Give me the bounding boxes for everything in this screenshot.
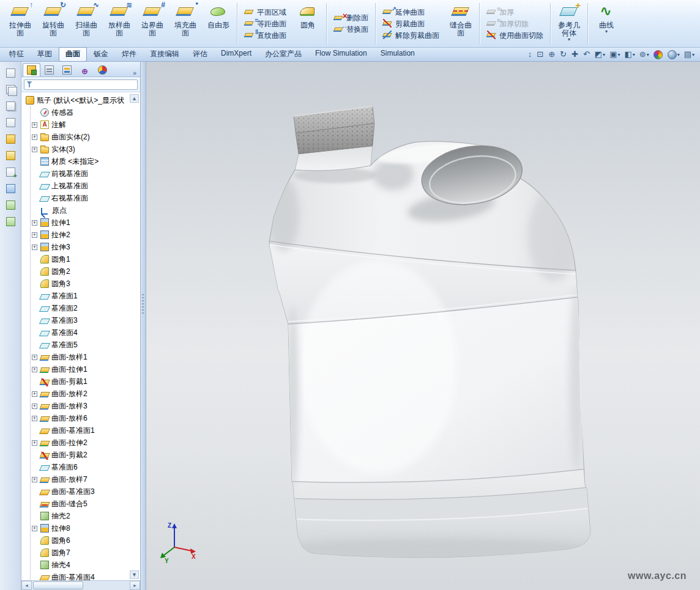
tree-item[interactable]: + 圆角2 (32, 265, 140, 278)
tree-item[interactable]: + 曲面-拉伸1 (32, 363, 140, 375)
pan-icon[interactable]: ✚ (570, 49, 581, 60)
tree-item[interactable]: + 基准面6 (32, 461, 140, 473)
tree-item[interactable]: + 前视基准面 (32, 168, 140, 180)
trim-surface-button[interactable]: 剪裁曲面 (379, 18, 442, 30)
apply-scene-icon[interactable]: ▾ (666, 49, 682, 60)
swept-surface-button[interactable]: 扫描曲面 (70, 1, 103, 47)
tree-item[interactable]: + 拉伸8 (32, 522, 140, 534)
tree-item[interactable]: + 基准面5 (32, 339, 140, 351)
expand-toggle-icon[interactable]: + (32, 245, 37, 250)
tree-item[interactable]: + 圆角1 (32, 253, 140, 265)
tree-item[interactable]: + 拉伸1 (32, 216, 140, 229)
tree-item[interactable]: + 拉伸2 (32, 229, 140, 241)
tree-item[interactable]: + 曲面-缝合5 (32, 498, 140, 510)
section-view-icon[interactable]: ◩ ▾ (593, 49, 607, 60)
tree-item[interactable]: + 曲面-基准面4 (32, 571, 140, 580)
paste-stack-icon[interactable] (4, 215, 17, 227)
thickened-cut-button[interactable]: 加厚切除 (483, 18, 546, 30)
panel-tabs-overflow-button[interactable]: » (129, 69, 140, 76)
scroll-thumb[interactable] (33, 581, 83, 589)
tree-item[interactable]: + 上视基准面 (32, 180, 140, 192)
tree-item[interactable]: + 传感器 (32, 106, 140, 119)
tab-office-products[interactable]: 办公室产品 (258, 47, 308, 62)
expand-toggle-icon[interactable]: + (32, 135, 37, 140)
revolved-surface-button[interactable]: 旋转曲面 (37, 1, 70, 47)
tree-item[interactable]: + 曲面-剪裁2 (32, 449, 140, 461)
lofted-surface-button[interactable]: 放样曲面 (103, 1, 136, 47)
tab-sketch[interactable]: 草图 (31, 47, 59, 62)
folder-icon[interactable] (4, 133, 17, 145)
delete-face-button[interactable]: 删除面 (330, 12, 371, 24)
rotate-view-icon[interactable]: ↻ (558, 49, 569, 60)
boundary-surface-button[interactable]: 边界曲面 (136, 1, 169, 47)
tree-root-item[interactable]: 瓶子 (默认<<默认>_显示状 (24, 94, 140, 106)
model-bottle[interactable] (146, 62, 700, 590)
tree-item[interactable]: + 曲面-拉伸2 (32, 437, 140, 449)
documents-icon[interactable] (4, 83, 17, 95)
tab-dimxpert[interactable]: DimXpert (214, 47, 258, 62)
thicken-button[interactable]: 加厚 (483, 7, 546, 18)
scroll-track[interactable] (32, 581, 130, 590)
tree-item[interactable]: + 圆角7 (32, 547, 140, 559)
tree-item[interactable]: + 基准面2 (32, 302, 140, 314)
zoom-fit-icon[interactable]: ↕ (526, 49, 535, 60)
view-orientation-icon[interactable]: ▣ ▾ (608, 49, 622, 60)
tree-item[interactable]: + 拉伸3 (32, 241, 140, 253)
tab-weldments[interactable]: 焊件 (115, 47, 143, 62)
tree-item[interactable]: + 圆角6 (32, 534, 140, 547)
zoom-in-out-icon[interactable]: ⊕ (546, 49, 557, 60)
expand-toggle-icon[interactable]: + (32, 477, 37, 482)
tab-sheet-metal[interactable]: 钣金 (87, 47, 115, 62)
tab-features[interactable]: 特征 (2, 47, 31, 62)
configurationmanager-tab[interactable] (58, 63, 76, 76)
expand-toggle-icon[interactable]: + (32, 355, 37, 360)
expand-toggle-icon[interactable]: + (32, 122, 37, 128)
curves-button[interactable]: 曲线 ▾ (590, 1, 623, 47)
tab-direct-editing[interactable]: 直接编辑 (143, 47, 186, 62)
tree-item[interactable]: + 曲面-放样1 (32, 351, 140, 363)
tree-item[interactable]: + 曲面-基准面1 (32, 424, 140, 437)
expand-toggle-icon[interactable]: + (32, 440, 37, 446)
print-icon[interactable] (4, 116, 17, 128)
tree-item[interactable]: + 曲面-剪裁1 (32, 375, 140, 388)
tree-item[interactable]: + 曲面-放样2 (32, 388, 140, 400)
featuremanager-tab[interactable] (23, 63, 40, 76)
copy-stack-icon[interactable] (4, 199, 17, 211)
offset-surface-button[interactable]: 等距曲面 (241, 18, 289, 30)
tree-item[interactable]: + 曲面实体(2) (32, 131, 140, 143)
zoom-area-icon[interactable]: ⊡ (535, 49, 546, 60)
panel-splitter[interactable] (141, 62, 146, 590)
hide-show-items-icon[interactable]: ⊚ ▾ (638, 49, 651, 60)
reference-geometry-button[interactable]: 参考几何体 ▾ (553, 1, 586, 47)
tree-filter-input[interactable] (24, 79, 138, 90)
sheet-stack-icon[interactable] (4, 100, 17, 112)
tree-hscrollbar[interactable]: ◄ ► (21, 580, 140, 590)
tree-item[interactable]: + 注解 (32, 119, 140, 131)
expand-toggle-icon[interactable]: + (32, 220, 37, 226)
tree-item[interactable]: + 曲面-放样6 (32, 412, 140, 424)
untrim-surface-button[interactable]: 解除剪裁曲面 (379, 30, 442, 42)
tree-item[interactable]: + 抽壳4 (32, 559, 140, 571)
extend-surface-button[interactable]: 延伸曲面 (379, 7, 442, 18)
pencil-icon[interactable] (4, 149, 17, 161)
expand-toggle-icon[interactable]: + (32, 404, 37, 409)
tree-item[interactable]: + 曲面-基准面3 (32, 485, 140, 498)
dimxpertmanager-tab[interactable]: ⊕ (76, 63, 94, 76)
expand-toggle-icon[interactable]: + (32, 391, 37, 397)
document-icon[interactable] (4, 67, 17, 79)
displaymanager-tab[interactable] (94, 63, 111, 76)
tab-surfaces[interactable]: 曲面 (59, 47, 87, 62)
planar-surface-button[interactable]: 平面区域 (241, 7, 289, 18)
ruled-surface-button[interactable]: 直纹曲面 (241, 30, 289, 42)
scroll-left-button[interactable]: ◄ (21, 581, 32, 590)
tree-scroll-up-button[interactable]: ▲ (130, 94, 139, 103)
add-icon[interactable] (4, 166, 17, 178)
expand-toggle-icon[interactable]: + (32, 232, 37, 238)
tree-item[interactable]: + 实体(3) (32, 143, 140, 155)
tree-item[interactable]: + 曲面-放样7 (32, 473, 140, 485)
tree-item[interactable]: + 抽壳2 (32, 510, 140, 522)
display-style-icon[interactable]: ◧ ▾ (622, 49, 636, 60)
edit-appearance-icon[interactable] (652, 49, 665, 60)
tab-simulation[interactable]: Simulation (374, 47, 422, 62)
tree-item[interactable]: + 基准面3 (32, 314, 140, 326)
